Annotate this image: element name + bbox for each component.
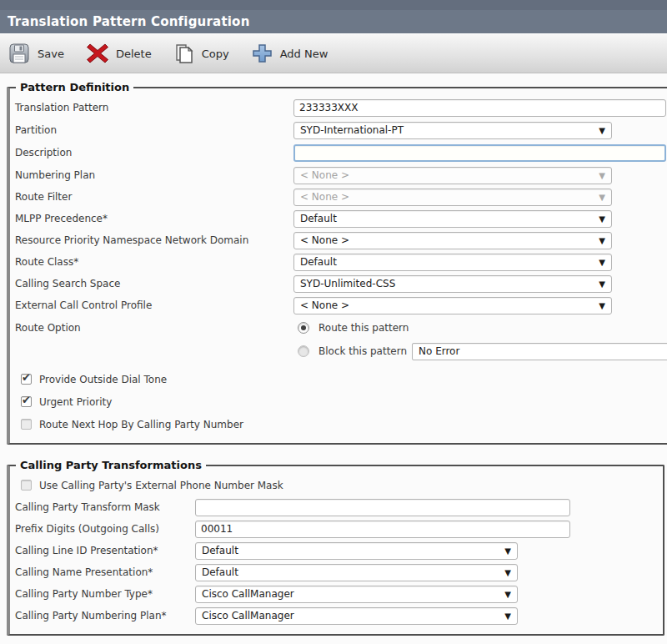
calling-search-space-row: Calling Search Space SYD-Unlimited-CSS ▼ xyxy=(15,273,666,294)
chevron-down-icon: ▼ xyxy=(599,214,605,224)
partition-select[interactable]: SYD-International-PT ▼ xyxy=(293,122,612,139)
description-input[interactable] xyxy=(293,144,666,162)
chevron-down-icon: ▼ xyxy=(504,546,511,556)
delete-button[interactable]: Delete xyxy=(87,43,152,63)
calling-search-space-label: Calling Search Space xyxy=(15,278,293,289)
description-label: Description xyxy=(15,147,293,158)
page-title: Translation Pattern Configuration xyxy=(0,10,667,33)
partition-label: Partition xyxy=(15,124,293,136)
add-new-button[interactable]: Add New xyxy=(252,43,328,63)
chevron-down-icon: ▼ xyxy=(599,236,605,246)
name-presentation-select[interactable]: Default ▼ xyxy=(195,564,518,581)
provide-outside-dial-tone-label: Provide Outside Dial Tone xyxy=(39,374,167,385)
numbering-plan-row-2: Calling Party Numbering Plan* Cisco Call… xyxy=(15,605,658,626)
prefix-digits-label: Prefix Digits (Outgoing Calls) xyxy=(15,523,195,535)
route-class-row: Route Class* Default ▼ xyxy=(15,251,666,273)
chevron-down-icon: ▼ xyxy=(504,611,511,621)
calling-party-transformations-legend: Calling Party Transformations xyxy=(16,459,206,471)
block-this-pattern-option: Block this pattern No Error xyxy=(293,340,666,363)
description-row: Description xyxy=(15,141,666,164)
partition-value: SYD-International-PT xyxy=(300,124,404,136)
numbering-plan-select: < None > ▼ xyxy=(293,167,612,184)
chevron-down-icon: ▼ xyxy=(599,301,605,311)
numbering-plan-row: Numbering Plan < None > ▼ xyxy=(15,164,666,186)
name-presentation-row: Calling Name Presentation* Default ▼ xyxy=(15,561,658,583)
route-next-hop-checkbox[interactable] xyxy=(21,419,32,430)
calling-party-numbering-plan-value: Cisco CallManager xyxy=(202,610,294,621)
external-call-control-select[interactable]: < None > ▼ xyxy=(293,297,612,314)
chevron-down-icon: ▼ xyxy=(599,279,605,289)
chevron-down-icon: ▼ xyxy=(504,568,511,578)
urgent-priority-checkbox[interactable] xyxy=(21,396,32,407)
route-option-group: Route this pattern Block this pattern No… xyxy=(293,316,666,363)
route-option-row: Route Option Route this pattern Block th… xyxy=(15,316,666,363)
number-type-value: Cisco CallManager xyxy=(202,588,294,600)
route-this-pattern-radio[interactable] xyxy=(298,322,309,334)
translation-pattern-input[interactable] xyxy=(293,99,666,117)
number-type-row: Calling Party Number Type* Cisco CallMan… xyxy=(15,583,658,605)
route-class-select[interactable]: Default ▼ xyxy=(293,254,612,271)
top-strip xyxy=(0,0,667,10)
route-this-pattern-option: Route this pattern xyxy=(293,316,666,340)
save-icon xyxy=(8,43,30,64)
partition-row: Partition SYD-International-PT ▼ xyxy=(15,119,666,141)
delete-icon xyxy=(87,43,108,63)
external-call-control-value: < None > xyxy=(300,299,349,311)
urgent-priority-row: Urgent Priority xyxy=(15,390,666,413)
form-content: Pattern Definition Translation Pattern P… xyxy=(0,73,667,644)
route-this-pattern-label: Route this pattern xyxy=(318,322,409,334)
resource-priority-value: < None > xyxy=(300,234,349,246)
mlpp-precedence-value: Default xyxy=(300,213,337,224)
external-phone-mask-checkbox[interactable] xyxy=(21,480,32,491)
save-button-label: Save xyxy=(38,48,64,60)
chevron-down-icon: ▼ xyxy=(599,171,605,181)
name-presentation-value: Default xyxy=(202,566,238,578)
transform-mask-input[interactable] xyxy=(195,499,570,516)
mlpp-precedence-select[interactable]: Default ▼ xyxy=(293,210,612,228)
add-new-button-label: Add New xyxy=(280,48,328,60)
chevron-down-icon: ▼ xyxy=(599,193,605,203)
block-reason-select[interactable]: No Error xyxy=(412,343,667,360)
transform-mask-label: Calling Party Transform Mask xyxy=(15,501,195,513)
route-next-hop-row: Route Next Hop By Calling Party Number xyxy=(15,413,666,435)
chevron-down-icon: ▼ xyxy=(504,590,511,600)
line-id-presentation-label: Calling Line ID Presentation* xyxy=(15,545,195,556)
number-type-select[interactable]: Cisco CallManager ▼ xyxy=(195,586,518,603)
route-filter-select: < None > ▼ xyxy=(293,189,612,206)
calling-party-numbering-plan-select[interactable]: Cisco CallManager ▼ xyxy=(195,607,518,625)
delete-button-label: Delete xyxy=(116,48,152,60)
route-next-hop-label: Route Next Hop By Calling Party Number xyxy=(39,419,243,430)
route-filter-value: < None > xyxy=(300,191,349,203)
translation-pattern-row: Translation Pattern xyxy=(15,96,666,119)
name-presentation-label: Calling Name Presentation* xyxy=(15,566,195,578)
resource-priority-select[interactable]: < None > ▼ xyxy=(293,232,612,249)
route-class-value: Default xyxy=(300,256,337,268)
line-id-presentation-select[interactable]: Default ▼ xyxy=(195,542,518,560)
pattern-definition-legend: Pattern Definition xyxy=(16,81,133,93)
resource-priority-label: Resource Priority Namespace Network Doma… xyxy=(15,234,293,246)
resource-priority-row: Resource Priority Namespace Network Doma… xyxy=(15,229,666,251)
block-this-pattern-radio[interactable] xyxy=(298,345,309,357)
external-call-control-label: External Call Control Profile xyxy=(15,299,293,311)
route-filter-label: Route Filter xyxy=(15,191,293,203)
provide-outside-dial-tone-row: Provide Outside Dial Tone xyxy=(15,368,666,390)
calling-search-space-value: SYD-Unlimited-CSS xyxy=(300,278,395,289)
add-new-icon xyxy=(252,43,273,63)
calling-search-space-select[interactable]: SYD-Unlimited-CSS ▼ xyxy=(293,275,612,293)
prefix-digits-input[interactable] xyxy=(195,521,570,538)
pattern-definition-section: Pattern Definition Translation Pattern P… xyxy=(7,81,667,445)
copy-icon xyxy=(174,43,194,65)
route-class-label: Route Class* xyxy=(15,256,293,268)
provide-outside-dial-tone-checkbox[interactable] xyxy=(21,374,32,385)
number-type-label: Calling Party Number Type* xyxy=(15,588,195,600)
copy-button[interactable]: Copy xyxy=(174,43,229,65)
route-filter-row: Route Filter < None > ▼ xyxy=(15,186,666,208)
save-button[interactable]: Save xyxy=(8,43,64,64)
numbering-plan-label: Numbering Plan xyxy=(15,169,293,181)
numbering-plan-value: < None > xyxy=(300,169,349,181)
mlpp-precedence-label: MLPP Precedence* xyxy=(15,213,293,224)
copy-button-label: Copy xyxy=(202,48,229,60)
external-phone-mask-label: Use Calling Party's External Phone Numbe… xyxy=(39,480,283,491)
calling-party-transformations-section: Calling Party Transformations Use Callin… xyxy=(7,459,664,636)
block-this-pattern-label: Block this pattern xyxy=(318,345,412,357)
